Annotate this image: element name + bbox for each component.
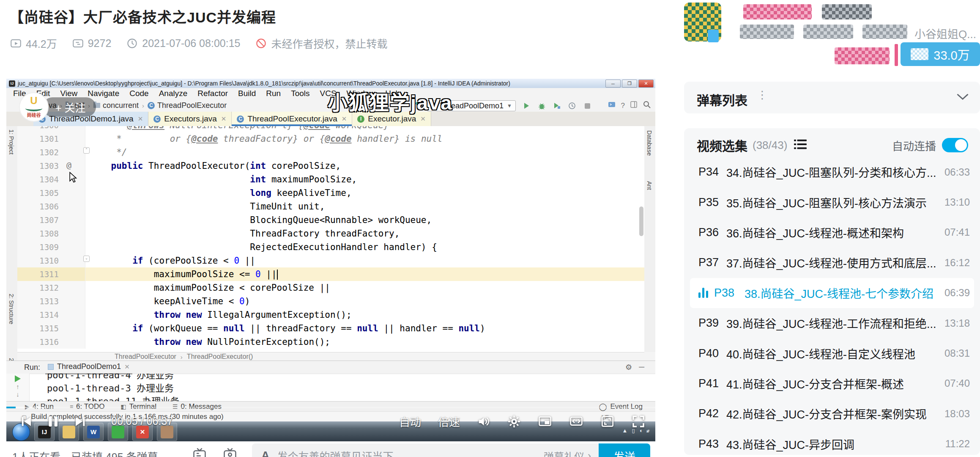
hide-panel-icon[interactable]: ─	[639, 363, 644, 372]
menu-item-build[interactable]: Build	[238, 89, 256, 98]
video-player[interactable]: IJ juc_atguigu [C:\Users\lenovo\Desktop\…	[6, 79, 655, 441]
playlist-item-p38[interactable]: P3838.尚硅谷_JUC-线程池-七个参数介绍06:39	[690, 278, 974, 308]
run-coverage-button[interactable]	[552, 101, 561, 110]
uploader-name-censored[interactable]	[743, 4, 812, 19]
playlist-item-p39[interactable]: P3939.尚硅谷_JUC-线程池-工作流程和拒绝...13:18	[690, 308, 974, 338]
progress-bar[interactable]	[6, 407, 655, 408]
next-icon[interactable]	[74, 415, 88, 428]
restore-button[interactable]: ❐	[622, 80, 637, 88]
danmaku-input[interactable]: A 发个友善的弹幕见证当下 弹幕礼仪 › 发送	[252, 443, 650, 457]
code-line-1304[interactable]: 1304 int maximumPoolSize,	[17, 173, 644, 186]
debug-button[interactable]	[537, 101, 546, 110]
autoplay-toggle[interactable]	[942, 138, 968, 152]
gutter	[65, 213, 85, 227]
volume-icon[interactable]	[477, 415, 490, 428]
code-line-1310[interactable]: 1310 if (corePoolSize < 0 ||	[17, 254, 644, 267]
code-line-1303[interactable]: 1303 public ThreadPoolExecutor(int coreP…	[17, 159, 644, 173]
playlist-item-p40[interactable]: P4040.尚硅谷_JUC-线程池-自定义线程池08:31	[690, 338, 974, 368]
code-line-1306[interactable]: 1306 TimeUnit unit,	[17, 200, 644, 213]
playlist-view-icon[interactable]	[794, 139, 807, 151]
code-line-1300[interactable]: 1300 * @throws NullPointerException t} {…	[17, 126, 644, 132]
editor-scrollbar[interactable]	[639, 206, 643, 236]
stripe-ant[interactable]: Ant	[646, 181, 653, 190]
quality-button[interactable]: 自动	[399, 413, 421, 429]
code-line-1309[interactable]: 1309 RejectedExecutionHandler handler) {	[17, 240, 644, 254]
editor-tab-executors-java[interactable]: CExecutors.java✕	[148, 112, 232, 126]
run-button[interactable]	[522, 101, 531, 110]
speed-button[interactable]: 倍速	[438, 413, 460, 429]
rerun-button[interactable]	[15, 375, 21, 382]
fold-marker-icon[interactable]: ⌄	[83, 256, 90, 262]
profiler-button[interactable]	[567, 101, 577, 110]
menu-item-refactor[interactable]: Refactor	[197, 89, 228, 98]
run-anything-icon[interactable]	[608, 100, 616, 111]
code-line-1316[interactable]: 1316 throw new NullPointerException();	[17, 335, 644, 349]
playlist-item-p42[interactable]: P4242.尚硅谷_JUC-分支合并框架-案例实现18:03	[690, 399, 974, 429]
stripe-project[interactable]: 1: Project	[8, 129, 15, 154]
chevron-down-icon[interactable]	[956, 93, 969, 103]
playlist-item-p34[interactable]: P3434.尚硅谷_JUC-阻塞队列-分类和核心方...06:33	[690, 157, 974, 187]
tool-window-icon[interactable]	[630, 101, 638, 110]
danmaku-list-title: 弹幕列表	[697, 90, 747, 109]
playlist-item-p36[interactable]: P3636.尚硅谷_JUC-线程池-概述和架构07:41	[690, 217, 974, 248]
run-console-tab[interactable]: ThreadPoolDemo1 ✕	[45, 361, 132, 374]
playlist-item-p43[interactable]: P4343.尚硅谷_JUC-异步回调11:22	[690, 429, 974, 455]
send-danmaku-button[interactable]: 发送	[599, 443, 650, 457]
down-stack-icon[interactable]: ↓	[16, 391, 19, 397]
follow-count-button[interactable]: 33.0万	[901, 42, 980, 66]
settings-icon[interactable]	[507, 415, 521, 428]
stop-button[interactable]	[583, 101, 592, 110]
close-tab-icon[interactable]: ✕	[342, 115, 347, 123]
close-tab-icon[interactable]: ✕	[221, 115, 227, 123]
up-stack-icon[interactable]: ↑	[16, 384, 19, 390]
uploader-avatar[interactable]: U 尚硅谷	[19, 92, 49, 122]
code-line-1311[interactable]: 1311 maximumPoolSize <= 0 ||	[17, 267, 644, 281]
text-style-icon[interactable]: A	[261, 449, 270, 457]
help-icon[interactable]: ?	[621, 102, 625, 110]
code-line-1307[interactable]: 1307 BlockingQueue<Runnable> workQueue,	[17, 213, 644, 227]
breadcrumb-threadpoolexecutor[interactable]: CThreadPoolExecutor	[148, 101, 227, 110]
more-options-icon[interactable]: ⋮	[757, 88, 768, 102]
code-editor[interactable]: 1300 * @throws NullPointerException t} {…	[17, 126, 644, 352]
code-line-1305[interactable]: 1305 long keepAliveTime,	[17, 186, 644, 200]
fold-marker-icon[interactable]: ⌃	[83, 147, 90, 154]
close-tab-icon[interactable]: ✕	[420, 115, 426, 123]
breadcrumb-concurrent[interactable]: concurrent	[93, 101, 139, 110]
code-line-1314[interactable]: 1314 throw new IllegalArgumentException(…	[17, 308, 644, 322]
follow-button[interactable]: + 关注	[43, 97, 96, 117]
playlist-item-p37[interactable]: P3737.尚硅谷_JUC-线程池-使用方式和底层...16:12	[690, 248, 974, 278]
danmaku-etiquette-link[interactable]: 弹幕礼仪 ›	[544, 449, 599, 457]
close-tab-icon[interactable]: ✕	[138, 115, 143, 123]
code-line-1313[interactable]: 1313 keepAliveTime < 0)	[17, 295, 644, 308]
code-line-1312[interactable]: 1312 maximumPoolSize < corePoolSize ||	[17, 281, 644, 295]
settings-gear-icon[interactable]: ⚙	[625, 363, 632, 372]
wide-screen-icon[interactable]	[569, 415, 583, 428]
close-icon[interactable]: ✕	[124, 363, 130, 371]
mini-player-icon[interactable]	[538, 415, 552, 428]
code-line-1301[interactable]: 1301 * or {@code threadFactory} or {@cod…	[17, 132, 644, 146]
search-everywhere-icon[interactable]	[643, 100, 651, 111]
menu-item-run[interactable]: Run	[266, 89, 281, 98]
code-line-1302[interactable]: 1302 */	[17, 146, 644, 159]
stripe-database[interactable]: Database	[646, 130, 653, 156]
close-button[interactable]: ✕	[638, 80, 654, 88]
menu-item-code[interactable]: Code	[129, 89, 148, 98]
code-line-1315[interactable]: 1315 if (workQueue == null || threadFact…	[17, 322, 644, 335]
danmaku-settings-icon[interactable]	[223, 447, 237, 457]
menu-item-tools[interactable]: Tools	[291, 89, 309, 98]
minimize-button[interactable]: ─	[605, 80, 621, 88]
charge-text-censored[interactable]	[835, 47, 890, 64]
code-line-1308[interactable]: 1308 ThreadFactory threadFactory,	[17, 227, 644, 240]
related-account-name[interactable]: 小谷姐姐Q...	[914, 25, 976, 41]
stripe-structure[interactable]: 2: Structure	[8, 294, 15, 324]
playlist-item-p41[interactable]: P4141.尚硅谷_JUC-分支合并框架-概述07:40	[690, 369, 974, 399]
prev-icon[interactable]	[19, 415, 33, 428]
danmaku-list-panel[interactable]: 弹幕列表 ⋮	[684, 82, 980, 113]
playlist-item-p35[interactable]: P3535.尚硅谷_JUC-阻塞队列-核心方法演示13:10	[690, 187, 974, 217]
web-fullscreen-icon[interactable]	[600, 415, 615, 428]
menu-item-analyze[interactable]: Analyze	[159, 89, 188, 98]
run-console[interactable]: pool-1-thread-4 办理业务pool-1-thread-3 办理业务…	[29, 374, 655, 402]
pause-icon[interactable]	[47, 415, 60, 428]
danmaku-list-icon[interactable]	[192, 447, 207, 457]
fullscreen-icon[interactable]	[632, 415, 645, 428]
